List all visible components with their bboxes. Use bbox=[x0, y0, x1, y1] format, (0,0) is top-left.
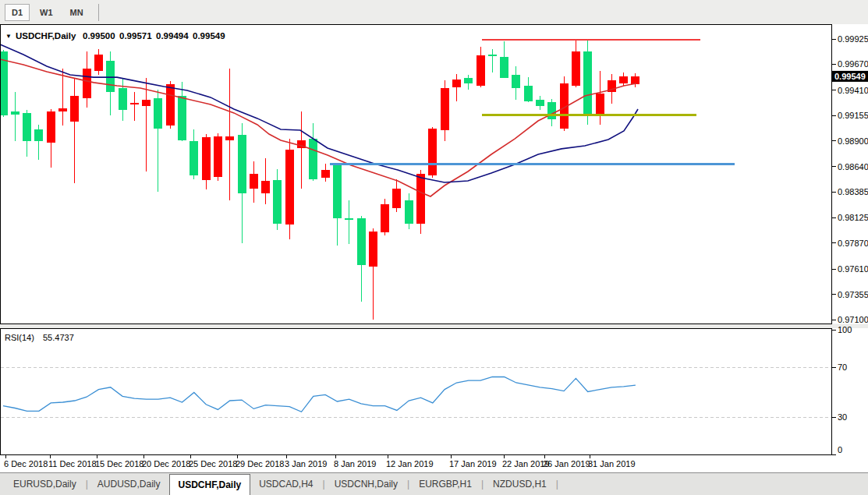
date-axis-label: 31 Jan 2019 bbox=[588, 459, 636, 468]
candle-body bbox=[154, 98, 162, 129]
candle-body bbox=[547, 102, 556, 119]
tab-usdcad[interactable]: USDCAD,H4 bbox=[250, 473, 321, 495]
price-axis-label: 0.99155 bbox=[838, 111, 868, 120]
candle-body bbox=[70, 96, 79, 122]
price-axis-label: 0.97610 bbox=[838, 264, 868, 274]
candle-body bbox=[178, 96, 186, 140]
candle-body bbox=[83, 69, 91, 98]
candle-body bbox=[273, 180, 282, 224]
price-axis-label: 0.98125 bbox=[838, 213, 868, 222]
candle bbox=[214, 133, 222, 181]
rsi-pane[interactable] bbox=[1, 329, 832, 455]
date-axis-label: 17 Jan 2019 bbox=[449, 459, 497, 468]
chart-dropdown-arrow-icon[interactable]: ▼ bbox=[5, 33, 12, 40]
price-axis-label: 0.97100 bbox=[838, 315, 868, 324]
tab-eurusd[interactable]: EURUSD,Daily bbox=[5, 473, 85, 495]
candle-body bbox=[357, 218, 366, 265]
candle-body bbox=[405, 200, 413, 224]
date-axis-label: 3 Jan 2019 bbox=[285, 459, 327, 468]
candle bbox=[285, 139, 294, 239]
rsi-value: 55.4737 bbox=[43, 333, 74, 342]
price-axis-label: 0.97870 bbox=[838, 239, 868, 248]
candle-body bbox=[225, 136, 234, 140]
tab-usdcnh[interactable]: USDCNH,Daily bbox=[326, 473, 406, 495]
candle-body bbox=[619, 76, 628, 83]
rsi-axis-label: 0 bbox=[838, 445, 842, 454]
price-chart-svg[interactable]: 0.999250.996700.994100.991550.989000.986… bbox=[0, 24, 868, 472]
symbol-tab-bar: EURUSD,Daily|AUDUSD,DailyUSDCHF,DailyUSD… bbox=[0, 472, 868, 495]
candle-body bbox=[58, 108, 67, 111]
candle-body bbox=[369, 232, 377, 267]
main-chart-pane[interactable] bbox=[1, 25, 832, 324]
date-axis-label: 25 Dec 2018 bbox=[189, 459, 237, 468]
chart-symbol-label: USDCHF,Daily bbox=[16, 31, 76, 41]
price-axis-label: 0.97355 bbox=[838, 290, 868, 299]
tab-separator: | bbox=[555, 473, 559, 495]
rsi-axis-label: 30 bbox=[838, 412, 847, 422]
candle-body bbox=[34, 129, 43, 141]
candle-body bbox=[238, 135, 246, 193]
price-axis-label: 0.99670 bbox=[838, 59, 868, 69]
date-axis-label: 11 Dec 2018 bbox=[48, 459, 97, 468]
candle-body bbox=[536, 100, 544, 106]
candle-body bbox=[596, 94, 604, 115]
candle-body bbox=[488, 55, 497, 56]
candle-body bbox=[190, 141, 198, 175]
pane-splitter[interactable] bbox=[0, 324, 868, 329]
candle-body bbox=[441, 88, 449, 130]
candle-body bbox=[512, 75, 520, 88]
candle-body bbox=[321, 170, 330, 178]
date-axis-label: 26 Jan 2019 bbox=[543, 459, 590, 468]
candle-body bbox=[261, 181, 270, 193]
timeframe-toolbar: D1W1MN bbox=[0, 0, 868, 24]
date-axis-label: 15 Dec 2018 bbox=[95, 459, 143, 468]
candle-body bbox=[392, 189, 401, 208]
candle-body bbox=[464, 78, 473, 83]
candle-body bbox=[214, 136, 222, 177]
timeframe-button-d1[interactable]: D1 bbox=[5, 4, 30, 21]
toolbar-separator bbox=[98, 4, 99, 21]
candle-body bbox=[500, 57, 508, 78]
candle-body bbox=[23, 113, 31, 141]
timeframe-button-w1[interactable]: W1 bbox=[33, 4, 60, 21]
tab-audusd[interactable]: AUDUSD,Daily bbox=[89, 473, 169, 495]
candle-body bbox=[345, 218, 353, 220]
candle-body bbox=[428, 129, 437, 175]
ohlc-low-value: 0.99494 bbox=[156, 31, 189, 41]
date-axis-label: 29 Dec 2018 bbox=[236, 459, 284, 468]
candle-body bbox=[333, 165, 342, 218]
tab-nzdusd[interactable]: NZDUSD,H1 bbox=[484, 473, 555, 495]
candle bbox=[560, 76, 569, 131]
rsi-name: RSI(14) bbox=[5, 333, 34, 342]
candle-body bbox=[130, 103, 139, 104]
price-axis-label: 0.98900 bbox=[838, 136, 868, 146]
date-axis-label: 20 Dec 2018 bbox=[142, 459, 190, 468]
candle-body bbox=[285, 150, 294, 225]
price-axis-label: 0.99925 bbox=[838, 34, 868, 44]
candle bbox=[381, 199, 389, 235]
candle-body bbox=[11, 111, 19, 115]
candle-body bbox=[477, 55, 485, 86]
tab-eurgbp[interactable]: EURGBP,H1 bbox=[410, 473, 480, 495]
ohlc-open-value: 0.99500 bbox=[83, 31, 115, 41]
date-axis-label: 6 Dec 2018 bbox=[4, 459, 48, 468]
candle-body bbox=[47, 111, 55, 143]
candle-body bbox=[202, 137, 211, 180]
price-axis-label: 0.98640 bbox=[838, 162, 868, 171]
candle-body bbox=[416, 174, 425, 224]
candle-body bbox=[119, 88, 127, 110]
ohlc-close-value: 0.99549 bbox=[193, 31, 225, 41]
trading-platform-window: D1W1MN 0.999250.996700.994100.991550.989… bbox=[0, 0, 868, 495]
rsi-axis-label: 70 bbox=[838, 362, 847, 372]
tab-usdchf[interactable]: USDCHF,Daily bbox=[169, 474, 251, 495]
candle-body bbox=[524, 86, 533, 101]
price-axis-label: 0.98385 bbox=[838, 187, 868, 196]
candle-body bbox=[309, 139, 317, 179]
timeframe-button-mn[interactable]: MN bbox=[63, 4, 90, 21]
candle-body bbox=[583, 51, 592, 115]
candle bbox=[428, 127, 437, 178]
candle-body bbox=[106, 61, 115, 92]
rsi-axis-label: 100 bbox=[838, 325, 852, 334]
candle-body bbox=[94, 55, 103, 71]
price-axis-label: 0.99410 bbox=[838, 86, 868, 95]
